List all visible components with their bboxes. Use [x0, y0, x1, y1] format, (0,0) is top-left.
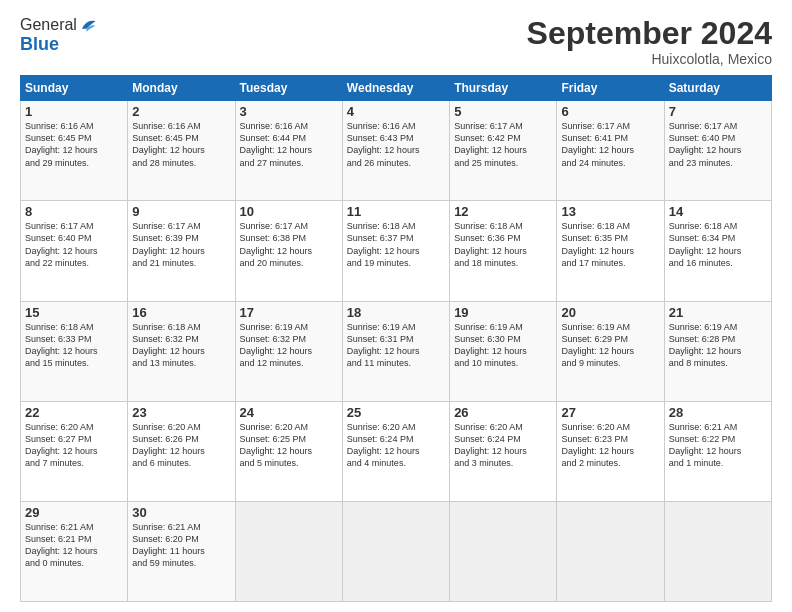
table-row: 29Sunrise: 6:21 AM Sunset: 6:21 PM Dayli… — [21, 501, 128, 601]
table-row: 17Sunrise: 6:19 AM Sunset: 6:32 PM Dayli… — [235, 301, 342, 401]
day-number: 25 — [347, 405, 445, 420]
day-info: Sunrise: 6:16 AM Sunset: 6:45 PM Dayligh… — [25, 120, 123, 169]
day-number: 5 — [454, 104, 552, 119]
day-info: Sunrise: 6:20 AM Sunset: 6:27 PM Dayligh… — [25, 421, 123, 470]
day-number: 23 — [132, 405, 230, 420]
table-row: 26Sunrise: 6:20 AM Sunset: 6:24 PM Dayli… — [450, 401, 557, 501]
day-info: Sunrise: 6:16 AM Sunset: 6:45 PM Dayligh… — [132, 120, 230, 169]
day-info: Sunrise: 6:17 AM Sunset: 6:40 PM Dayligh… — [669, 120, 767, 169]
calendar-week-row: 8Sunrise: 6:17 AM Sunset: 6:40 PM Daylig… — [21, 201, 772, 301]
day-number: 7 — [669, 104, 767, 119]
day-info: Sunrise: 6:17 AM Sunset: 6:42 PM Dayligh… — [454, 120, 552, 169]
day-number: 2 — [132, 104, 230, 119]
table-row: 5Sunrise: 6:17 AM Sunset: 6:42 PM Daylig… — [450, 101, 557, 201]
table-row — [450, 501, 557, 601]
day-number: 1 — [25, 104, 123, 119]
logo-blue-text: Blue — [20, 34, 97, 55]
day-info: Sunrise: 6:16 AM Sunset: 6:44 PM Dayligh… — [240, 120, 338, 169]
day-number: 10 — [240, 204, 338, 219]
header-wednesday: Wednesday — [342, 76, 449, 101]
page: General Blue September 2024 Huixcolotla,… — [0, 0, 792, 612]
table-row: 7Sunrise: 6:17 AM Sunset: 6:40 PM Daylig… — [664, 101, 771, 201]
day-info: Sunrise: 6:20 AM Sunset: 6:23 PM Dayligh… — [561, 421, 659, 470]
table-row: 4Sunrise: 6:16 AM Sunset: 6:43 PM Daylig… — [342, 101, 449, 201]
table-row: 30Sunrise: 6:21 AM Sunset: 6:20 PM Dayli… — [128, 501, 235, 601]
day-info: Sunrise: 6:21 AM Sunset: 6:22 PM Dayligh… — [669, 421, 767, 470]
day-info: Sunrise: 6:18 AM Sunset: 6:37 PM Dayligh… — [347, 220, 445, 269]
table-row — [342, 501, 449, 601]
day-number: 27 — [561, 405, 659, 420]
table-row: 8Sunrise: 6:17 AM Sunset: 6:40 PM Daylig… — [21, 201, 128, 301]
day-info: Sunrise: 6:18 AM Sunset: 6:33 PM Dayligh… — [25, 321, 123, 370]
day-number: 28 — [669, 405, 767, 420]
header-sunday: Sunday — [21, 76, 128, 101]
day-number: 18 — [347, 305, 445, 320]
table-row — [557, 501, 664, 601]
day-number: 20 — [561, 305, 659, 320]
day-info: Sunrise: 6:21 AM Sunset: 6:20 PM Dayligh… — [132, 521, 230, 570]
day-number: 3 — [240, 104, 338, 119]
day-info: Sunrise: 6:21 AM Sunset: 6:21 PM Dayligh… — [25, 521, 123, 570]
day-info: Sunrise: 6:16 AM Sunset: 6:43 PM Dayligh… — [347, 120, 445, 169]
day-info: Sunrise: 6:20 AM Sunset: 6:25 PM Dayligh… — [240, 421, 338, 470]
table-row: 6Sunrise: 6:17 AM Sunset: 6:41 PM Daylig… — [557, 101, 664, 201]
day-info: Sunrise: 6:19 AM Sunset: 6:32 PM Dayligh… — [240, 321, 338, 370]
logo-general-text: General — [20, 16, 77, 34]
day-number: 13 — [561, 204, 659, 219]
day-info: Sunrise: 6:19 AM Sunset: 6:30 PM Dayligh… — [454, 321, 552, 370]
day-number: 17 — [240, 305, 338, 320]
day-number: 16 — [132, 305, 230, 320]
calendar-week-row: 22Sunrise: 6:20 AM Sunset: 6:27 PM Dayli… — [21, 401, 772, 501]
calendar-header-row: Sunday Monday Tuesday Wednesday Thursday… — [21, 76, 772, 101]
month-title: September 2024 — [527, 16, 772, 51]
logo-bird-icon — [79, 16, 97, 34]
table-row: 22Sunrise: 6:20 AM Sunset: 6:27 PM Dayli… — [21, 401, 128, 501]
table-row: 13Sunrise: 6:18 AM Sunset: 6:35 PM Dayli… — [557, 201, 664, 301]
day-info: Sunrise: 6:17 AM Sunset: 6:41 PM Dayligh… — [561, 120, 659, 169]
header: General Blue September 2024 Huixcolotla,… — [20, 16, 772, 67]
day-number: 26 — [454, 405, 552, 420]
table-row: 10Sunrise: 6:17 AM Sunset: 6:38 PM Dayli… — [235, 201, 342, 301]
table-row: 12Sunrise: 6:18 AM Sunset: 6:36 PM Dayli… — [450, 201, 557, 301]
day-info: Sunrise: 6:19 AM Sunset: 6:29 PM Dayligh… — [561, 321, 659, 370]
day-info: Sunrise: 6:19 AM Sunset: 6:31 PM Dayligh… — [347, 321, 445, 370]
header-tuesday: Tuesday — [235, 76, 342, 101]
table-row — [664, 501, 771, 601]
day-number: 24 — [240, 405, 338, 420]
day-info: Sunrise: 6:18 AM Sunset: 6:36 PM Dayligh… — [454, 220, 552, 269]
table-row: 1Sunrise: 6:16 AM Sunset: 6:45 PM Daylig… — [21, 101, 128, 201]
day-number: 6 — [561, 104, 659, 119]
table-row: 27Sunrise: 6:20 AM Sunset: 6:23 PM Dayli… — [557, 401, 664, 501]
day-info: Sunrise: 6:20 AM Sunset: 6:24 PM Dayligh… — [347, 421, 445, 470]
table-row: 2Sunrise: 6:16 AM Sunset: 6:45 PM Daylig… — [128, 101, 235, 201]
table-row: 20Sunrise: 6:19 AM Sunset: 6:29 PM Dayli… — [557, 301, 664, 401]
day-number: 14 — [669, 204, 767, 219]
day-info: Sunrise: 6:18 AM Sunset: 6:34 PM Dayligh… — [669, 220, 767, 269]
day-number: 21 — [669, 305, 767, 320]
table-row: 18Sunrise: 6:19 AM Sunset: 6:31 PM Dayli… — [342, 301, 449, 401]
table-row: 19Sunrise: 6:19 AM Sunset: 6:30 PM Dayli… — [450, 301, 557, 401]
day-number: 19 — [454, 305, 552, 320]
location: Huixcolotla, Mexico — [527, 51, 772, 67]
day-number: 8 — [25, 204, 123, 219]
table-row — [235, 501, 342, 601]
header-thursday: Thursday — [450, 76, 557, 101]
table-row: 15Sunrise: 6:18 AM Sunset: 6:33 PM Dayli… — [21, 301, 128, 401]
calendar-week-row: 29Sunrise: 6:21 AM Sunset: 6:21 PM Dayli… — [21, 501, 772, 601]
calendar-week-row: 15Sunrise: 6:18 AM Sunset: 6:33 PM Dayli… — [21, 301, 772, 401]
header-friday: Friday — [557, 76, 664, 101]
day-number: 15 — [25, 305, 123, 320]
table-row: 28Sunrise: 6:21 AM Sunset: 6:22 PM Dayli… — [664, 401, 771, 501]
day-number: 11 — [347, 204, 445, 219]
table-row: 11Sunrise: 6:18 AM Sunset: 6:37 PM Dayli… — [342, 201, 449, 301]
day-info: Sunrise: 6:18 AM Sunset: 6:35 PM Dayligh… — [561, 220, 659, 269]
day-number: 4 — [347, 104, 445, 119]
table-row: 21Sunrise: 6:19 AM Sunset: 6:28 PM Dayli… — [664, 301, 771, 401]
title-area: September 2024 Huixcolotla, Mexico — [527, 16, 772, 67]
day-number: 22 — [25, 405, 123, 420]
table-row: 3Sunrise: 6:16 AM Sunset: 6:44 PM Daylig… — [235, 101, 342, 201]
table-row: 25Sunrise: 6:20 AM Sunset: 6:24 PM Dayli… — [342, 401, 449, 501]
day-info: Sunrise: 6:19 AM Sunset: 6:28 PM Dayligh… — [669, 321, 767, 370]
table-row: 14Sunrise: 6:18 AM Sunset: 6:34 PM Dayli… — [664, 201, 771, 301]
calendar-week-row: 1Sunrise: 6:16 AM Sunset: 6:45 PM Daylig… — [21, 101, 772, 201]
